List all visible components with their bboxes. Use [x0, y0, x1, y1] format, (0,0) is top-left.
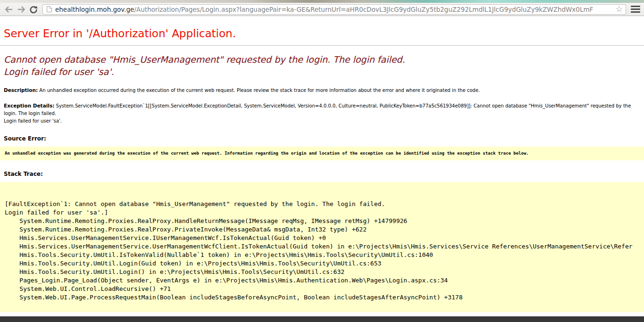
description-text: An unhandled exception occurred during t… — [39, 88, 480, 93]
browser-toolbar: ehealthlogin.moh.gov.ge/Authorization/Pa… — [0, 3, 644, 16]
exception-details-text2: Login failed for user 'sa'. — [4, 118, 62, 124]
error-message-line1: Cannot open database "Hmis_UserManagemen… — [4, 54, 405, 65]
forward-arrow-icon — [17, 6, 25, 13]
description-label: Description: — [4, 87, 38, 93]
reload-icon — [29, 5, 38, 14]
error-message-line2: Login failed for user 'sa'. — [4, 66, 114, 77]
source-error-box: An unhandled exception was generated dur… — [0, 147, 644, 160]
browser-chrome: ehealthlogin.moh.gov.ge/Authorization/Pa… — [0, 0, 644, 16]
source-error-text: An unhandled exception was generated dur… — [0, 147, 644, 160]
menu-icon[interactable] — [630, 5, 641, 14]
forward-button[interactable] — [15, 4, 27, 15]
url-text[interactable]: ehealthlogin.moh.gov.ge/Authorization/Pa… — [55, 6, 613, 13]
error-message: Cannot open database "Hmis_UserManagemen… — [4, 53, 640, 78]
exception-details-label: Exception Details: — [4, 103, 54, 108]
page-title: Server Error in '/Authorization' Applica… — [4, 27, 640, 40]
exception-details-row: Exception Details: System.ServiceModel.F… — [4, 102, 640, 125]
source-error-heading: Source Error: — [4, 135, 640, 142]
url-bar[interactable]: ehealthlogin.moh.gov.ge/Authorization/Pa… — [42, 4, 626, 15]
error-page: Server Error in '/Authorization' Applica… — [0, 16, 644, 316]
stack-trace-box: [FaultException`1: Cannot open database … — [0, 182, 644, 312]
divider — [0, 45, 644, 46]
reload-button[interactable] — [27, 4, 40, 15]
back-button[interactable] — [3, 4, 15, 15]
url-path: /Authorization/Pages/Login.aspx?language… — [134, 6, 593, 13]
exception-details-text: System.ServiceModel.FaultException`1[[Sy… — [4, 103, 631, 116]
bookmark-star-icon[interactable]: ☆ — [616, 5, 623, 13]
description-row: Description: An unhandled exception occu… — [4, 86, 640, 94]
stack-trace-heading: Stack Trace: — [4, 171, 640, 177]
url-host: ehealthlogin.moh.gov.ge — [55, 6, 134, 13]
stack-trace-text: [FaultException`1: Cannot open database … — [0, 182, 644, 312]
back-arrow-icon — [5, 6, 13, 13]
bottom-dark-strip — [0, 316, 644, 322]
page-icon — [47, 6, 52, 12]
